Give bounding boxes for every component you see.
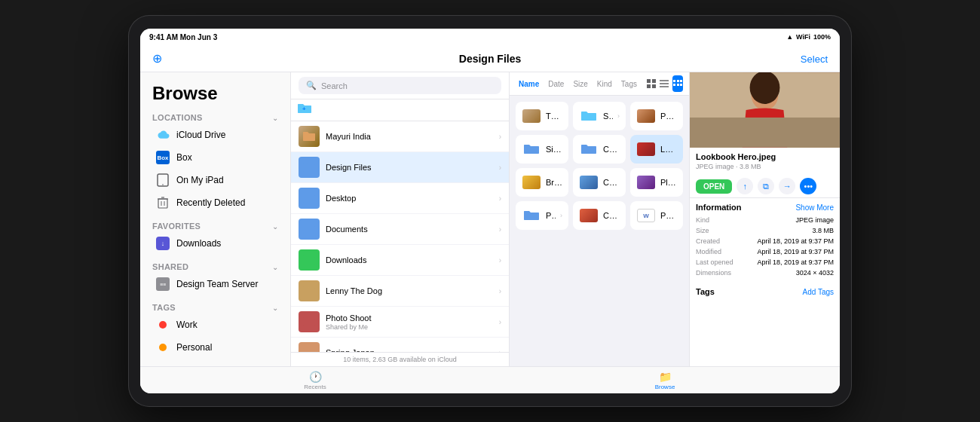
search-input-container[interactable]: 🔍 Search — [299, 77, 501, 94]
svg-rect-19 — [677, 84, 679, 86]
file-name: Documents — [326, 225, 493, 234]
grid-item-label: Storyboards — [603, 112, 613, 121]
shared-label: Shared — [152, 262, 188, 271]
locations-section-header: Locations ⌄ — [140, 110, 290, 124]
back-icon[interactable]: ⊕ — [152, 52, 162, 65]
trash-label: Recently Deleted — [176, 197, 245, 208]
grid-item[interactable]: Portrait Shots — [630, 102, 683, 130]
sidebar-item-design-team[interactable]: ≡≡ Design Team Server — [143, 273, 287, 295]
sidebar-item-icloud[interactable]: iCloud Drive — [143, 124, 287, 146]
svg-rect-10 — [647, 84, 651, 88]
icloud-label: iCloud Drive — [176, 130, 225, 140]
list-item[interactable]: Downloads › — [291, 245, 509, 276]
sidebar-item-personal[interactable]: Personal — [143, 336, 287, 359]
share-icon[interactable]: ↑ — [737, 178, 753, 194]
list-item[interactable]: Spring Japan › — [291, 338, 509, 352]
file-name: Lenny The Dog — [326, 286, 493, 295]
grid-item[interactable]: Plum Jacket — [630, 168, 683, 197]
file-name: Desktop — [326, 194, 493, 203]
file-info: Documents — [326, 225, 493, 234]
open-button[interactable]: OPEN — [696, 179, 732, 194]
grid-item[interactable]: Silhouette Moods — [516, 135, 568, 164]
tags-section-label: Tags — [152, 303, 176, 312]
info-val: JPEG image — [795, 216, 834, 224]
downloads-icon: ↓ — [155, 236, 170, 251]
grid-item[interactable]: California Location — [573, 168, 626, 197]
info-val: April 18, 2019 at 9:37 PM — [757, 237, 834, 245]
locations-label: Locations — [152, 113, 203, 122]
tags-header: Tags Add Tags — [696, 287, 834, 296]
grid-item[interactable]: Comps — [573, 135, 626, 164]
info-val: 3.8 MB — [812, 227, 834, 234]
list-item[interactable]: Lenny The Dog › — [291, 276, 509, 307]
show-more-button[interactable]: Show More — [795, 203, 834, 212]
tags-chevron[interactable]: ⌄ — [272, 304, 278, 312]
file-list: Mayuri India › Design Files › — [291, 121, 509, 352]
design-team-label: Design Team Server — [176, 279, 259, 289]
file-thumbnail — [299, 249, 320, 271]
grid-item-icon — [522, 139, 541, 159]
favorites-chevron[interactable]: ⌄ — [272, 222, 278, 231]
sidebar-item-downloads[interactable]: ↓ Downloads — [143, 232, 287, 255]
svg-point-23 — [750, 72, 780, 104]
file-thumbnail — [299, 342, 320, 352]
status-bar: 9:41 AM Mon Jun 3 ▲ WiFi 100% — [140, 29, 840, 45]
folder-add-icon[interactable]: + — [297, 102, 312, 118]
file-info: Downloads — [326, 255, 493, 265]
tab-recents[interactable]: 🕐 Recents — [140, 371, 490, 390]
sort-kind-tab[interactable]: Kind — [594, 78, 615, 90]
grid-item[interactable]: The Pleat Skirt — [516, 102, 568, 130]
file-chevron-icon: › — [499, 318, 501, 326]
signal-icon: ▲ — [786, 33, 793, 41]
copy-icon[interactable]: ⧉ — [758, 178, 774, 194]
view-list-btn[interactable] — [660, 75, 670, 92]
locations-chevron[interactable]: ⌄ — [272, 114, 278, 122]
add-tags-button[interactable]: Add Tags — [802, 288, 834, 296]
grid-item[interactable]: Proposals › — [516, 201, 568, 230]
more-actions-icon[interactable]: ••• — [800, 178, 816, 194]
sort-name-tab[interactable]: Name — [516, 78, 542, 90]
list-item[interactable]: Desktop › — [291, 183, 509, 214]
sidebar-item-ipad[interactable]: On My iPad — [143, 169, 287, 191]
tab-browse[interactable]: 📁 Browse — [490, 371, 840, 390]
box-label: Box — [176, 152, 192, 163]
sort-date-tab[interactable]: Date — [545, 78, 567, 90]
grid-item[interactable]: Brand Presentation — [516, 168, 568, 197]
grid-item-label: Color Inspiration — [603, 211, 620, 220]
file-thumbnail — [299, 126, 320, 147]
select-button[interactable]: Select — [801, 54, 828, 65]
grid-item[interactable]: Storyboards › — [573, 102, 626, 130]
grid-item-label: Plum Jacket — [660, 178, 677, 187]
list-item[interactable]: Design Files › — [291, 152, 509, 183]
list-item[interactable]: Mayuri India › — [291, 121, 509, 152]
file-thumbnail — [299, 188, 320, 209]
sidebar-item-trips[interactable]: Trips — [143, 359, 287, 366]
recents-tab-icon: 🕐 — [309, 371, 322, 383]
grid-chevron-icon: › — [617, 112, 620, 120]
shared-chevron[interactable]: ⌄ — [272, 263, 278, 271]
sidebar-item-trash[interactable]: Recently Deleted — [143, 191, 287, 214]
info-key: Modified — [696, 248, 721, 255]
preview-image — [690, 72, 840, 148]
move-icon[interactable]: → — [779, 178, 795, 194]
sidebar-item-work[interactable]: Work — [143, 313, 287, 336]
view-grid-btn[interactable] — [672, 75, 683, 92]
svg-point-1 — [162, 184, 164, 185]
sort-tags-tab[interactable]: Tags — [618, 78, 640, 90]
downloads-label: Downloads — [176, 238, 221, 249]
list-item[interactable]: Documents › — [291, 214, 509, 245]
file-name: Downloads — [326, 255, 493, 265]
grid-item-label: Photoshoot Brief — [660, 211, 677, 220]
sidebar-item-box[interactable]: Box Box — [143, 146, 287, 169]
sort-size-tab[interactable]: Size — [570, 78, 590, 90]
info-row-created: Created April 18, 2019 at 9:37 PM — [696, 236, 834, 246]
list-item[interactable]: Photo Shoot Shared by Me › — [291, 307, 509, 338]
file-chevron-icon: › — [499, 225, 501, 234]
trash-icon — [155, 195, 170, 210]
grid-item[interactable]: Color Inspiration — [573, 201, 626, 230]
view-icon-btn[interactable] — [646, 75, 657, 92]
search-icon: 🔍 — [306, 81, 317, 90]
grid-item[interactable]: W Photoshoot Brief — [630, 201, 683, 230]
grid-item[interactable]: Lookbook Hero — [630, 135, 683, 164]
info-val: 3024 × 4032 — [796, 269, 834, 277]
